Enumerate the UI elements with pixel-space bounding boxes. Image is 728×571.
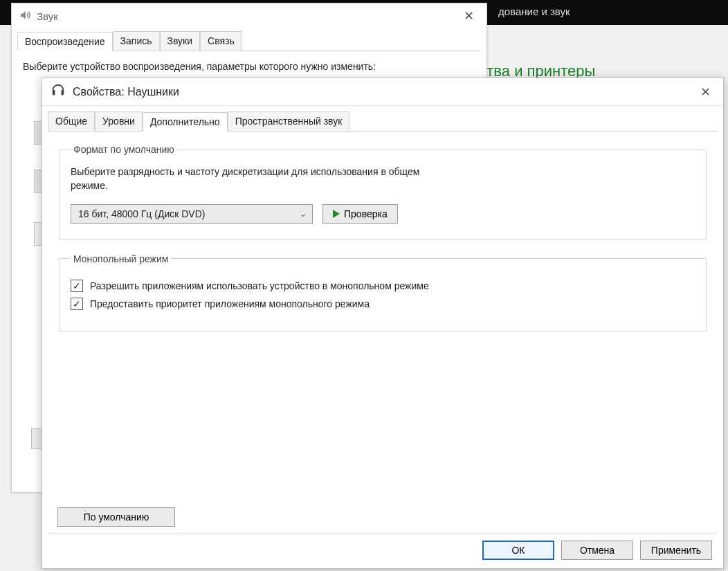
group-default-format: Формат по умолчанию Выберите разрядность…: [59, 144, 707, 239]
tab-spatial[interactable]: Пространственный звук: [228, 111, 350, 131]
restore-defaults-button[interactable]: По умолчанию: [57, 507, 175, 527]
test-button-label: Проверка: [344, 208, 388, 219]
tab-levels[interactable]: Уровни: [95, 111, 143, 131]
sound-window-titlebar: Звук ✕: [12, 3, 486, 28]
format-combobox[interactable]: 16 бит, 48000 Гц (Диск DVD) ⌄: [71, 204, 313, 224]
close-icon[interactable]: ✕: [693, 82, 718, 102]
tab-advanced[interactable]: Дополнительно: [143, 112, 228, 132]
tab-playback[interactable]: Воспроизведение: [17, 32, 113, 51]
ok-button[interactable]: ОК: [482, 541, 554, 560]
cancel-button-label: Отмена: [580, 545, 615, 556]
properties-footer: ОК Отмена Применить: [482, 541, 712, 560]
properties-title: Свойства: Наушники: [73, 86, 179, 98]
chevron-down-icon: ⌄: [300, 209, 307, 219]
tab-general[interactable]: Общие: [48, 111, 95, 131]
properties-titlebar: Свойства: Наушники ✕: [42, 78, 723, 106]
properties-dialog: Свойства: Наушники ✕ Общие Уровни Дополн…: [42, 78, 724, 569]
tab-sounds-label: Звуки: [167, 35, 193, 46]
close-icon[interactable]: ✕: [457, 6, 481, 26]
sound-instruction: Выберите устройство воспроизведения, пар…: [17, 51, 481, 75]
group-exclusive-mode: Монопольный режим ✓ Разрешить приложения…: [59, 253, 707, 332]
sound-window-title: Звук: [37, 10, 58, 22]
properties-tabs: Общие Уровни Дополнительно Пространствен…: [48, 111, 718, 132]
ok-button-label: ОК: [511, 545, 525, 556]
checkbox-priority-exclusive-label: Предоставить приоритет приложениям моноп…: [90, 298, 370, 309]
tab-spatial-label: Пространственный звук: [235, 116, 343, 127]
checkbox-priority-exclusive[interactable]: ✓: [71, 298, 83, 310]
speaker-icon: [19, 9, 31, 24]
tab-advanced-label: Дополнительно: [150, 116, 220, 127]
tab-communications-label: Связь: [208, 35, 235, 46]
play-icon: [333, 210, 340, 218]
tab-general-label: Общие: [55, 116, 87, 127]
tab-recording-label: Запись: [120, 35, 152, 46]
checkbox-allow-exclusive-label: Разрешить приложениям использовать устро…: [90, 280, 429, 291]
cancel-button[interactable]: Отмена: [561, 541, 633, 560]
sound-tabs: Воспроизведение Запись Звуки Связь: [17, 31, 481, 51]
apply-button-label: Применить: [651, 545, 701, 556]
tab-communications[interactable]: Связь: [200, 31, 242, 51]
tab-levels-label: Уровни: [102, 116, 135, 127]
tab-recording[interactable]: Запись: [113, 31, 160, 51]
group-exclusive-legend: Монопольный режим: [71, 253, 171, 264]
restore-defaults-label: По умолчанию: [68, 511, 165, 523]
background-header-text: дование и звук: [498, 6, 570, 17]
format-selected-value: 16 бит, 48000 Гц (Диск DVD): [78, 208, 205, 219]
group-default-format-legend: Формат по умолчанию: [71, 144, 177, 155]
headphones-icon: [51, 83, 66, 101]
footer-divider: [48, 533, 718, 534]
test-button[interactable]: Проверка: [322, 204, 398, 224]
apply-button[interactable]: Применить: [640, 541, 712, 560]
default-format-description: Выберите разрядность и частоту дискретиз…: [71, 165, 430, 193]
tab-playback-label: Воспроизведение: [25, 36, 105, 47]
tab-sounds[interactable]: Звуки: [160, 31, 201, 51]
checkbox-allow-exclusive[interactable]: ✓: [71, 280, 83, 292]
